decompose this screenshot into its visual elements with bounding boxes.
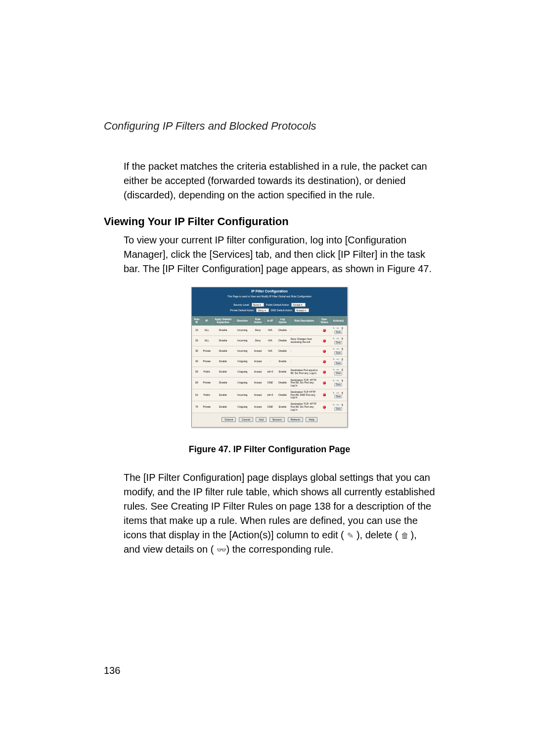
- row-action-icons[interactable]: ✎ 👓 🗑: [333, 337, 344, 340]
- ip-filter-config-window: IP Filter Configuration This Page is use…: [191, 287, 348, 427]
- table-cell: Incoming: [234, 346, 251, 356]
- row-action-icons[interactable]: ✎ 👓 🗑: [333, 404, 344, 407]
- stats-button[interactable]: Stats: [334, 383, 342, 386]
- table-cell: Disable: [275, 377, 289, 389]
- desc-text-3: ), delete (: [356, 529, 398, 540]
- actions-cell: ✎ 👓 🗑Stats: [330, 389, 347, 401]
- col-rule-description: Rule Description: [290, 317, 319, 326]
- actions-cell: ✎ 👓 🗑Stats: [330, 356, 347, 367]
- table-cell: Enable: [275, 401, 289, 413]
- help-button[interactable]: Help: [306, 417, 317, 422]
- table-cell: eth-0: [265, 367, 276, 377]
- table-row: 20ALLDisableIncomingDenyN/ADisableDeny C…: [192, 335, 347, 346]
- status-dot-icon: [323, 371, 326, 374]
- table-cell: Disable: [212, 377, 234, 389]
- row-action-icons[interactable]: ✎ 👓 🗑: [333, 358, 344, 361]
- edit-icon: ✎: [347, 530, 354, 541]
- table-cell: Enable: [212, 367, 234, 377]
- intro-paragraph: If the packet matches the criteria estab…: [124, 159, 435, 202]
- public-default-label: Public Default Action:: [266, 303, 289, 306]
- delete-icon: 🗑: [401, 530, 408, 541]
- stats-button[interactable]: Stats: [334, 331, 342, 334]
- table-cell: DMZ: [265, 377, 276, 389]
- table-cell: Private: [201, 346, 212, 356]
- table-cell: eth-0: [265, 389, 276, 401]
- stats-button[interactable]: Stats: [334, 362, 342, 365]
- oper-status-cell: [319, 356, 330, 367]
- refresh-button[interactable]: Refresh: [288, 417, 303, 422]
- table-cell: Outgoing: [234, 377, 251, 389]
- status-dot-icon: [323, 406, 326, 409]
- table-cell: Destination TCP HTTP Port 80; DMZ Port a…: [290, 389, 319, 401]
- table-cell: Enable: [212, 389, 234, 401]
- table-cell: N/A: [265, 335, 276, 346]
- session-button[interactable]: Session: [269, 417, 285, 422]
- table-cell: -: [290, 326, 319, 336]
- table-cell: Accept: [251, 356, 265, 367]
- oper-status-cell: [319, 377, 330, 389]
- oper-status-cell: [319, 367, 330, 377]
- row-action-icons[interactable]: ✎ 👓 🗑: [333, 369, 344, 372]
- status-dot-icon: [323, 350, 326, 353]
- view-icon: 👓: [217, 544, 223, 556]
- col-apply: Apply Stateful Inspection: [212, 317, 234, 326]
- table-cell: 40: [192, 356, 202, 367]
- stats-button[interactable]: Stats: [334, 407, 342, 411]
- desc-text-5: ) the corresponding rule.: [226, 544, 333, 555]
- dmz-default-select[interactable]: Accept ▾: [295, 308, 309, 312]
- table-cell: 61: [192, 389, 202, 401]
- status-dot-icon: [323, 393, 326, 396]
- table-cell: Deny: [251, 326, 265, 336]
- stats-button[interactable]: Stats: [334, 351, 342, 355]
- cancel-button[interactable]: Cancel: [239, 417, 253, 422]
- figure-caption: Figure 47. IP Filter Configuration Page: [104, 444, 435, 455]
- table-header-row: Rule ID I/F Apply Stateful Inspection Di…: [192, 317, 347, 326]
- stats-button[interactable]: Stats: [334, 395, 342, 398]
- row-action-icons[interactable]: ✎ 👓 🗑: [333, 348, 344, 351]
- table-cell: Outgoing: [234, 356, 251, 367]
- row-action-icons[interactable]: ✎ 👓 🗑: [333, 379, 344, 382]
- public-default-select[interactable]: Accept ▾: [291, 303, 306, 307]
- table-cell: Private: [201, 401, 212, 413]
- table-cell: Outgoing: [234, 401, 251, 413]
- stats-button[interactable]: Stats: [334, 341, 342, 344]
- col-rule-id: Rule ID: [192, 317, 202, 326]
- table-cell: Accept: [251, 377, 265, 389]
- table-cell: Accept: [251, 389, 265, 401]
- table-cell: Accept: [251, 346, 265, 356]
- stats-button[interactable]: Stats: [334, 372, 342, 375]
- submit-button[interactable]: Submit: [222, 417, 236, 422]
- row-action-icons[interactable]: ✎ 👓 🗑: [333, 392, 344, 395]
- section-heading-viewing: Viewing Your IP Filter Configuration: [104, 215, 435, 228]
- dmz-default-label: DMZ Default Action:: [271, 309, 293, 312]
- status-dot-icon: [323, 329, 326, 332]
- status-dot-icon: [323, 381, 326, 384]
- table-cell: Disable: [212, 326, 234, 336]
- row-action-icons[interactable]: ✎ 👓 🗑: [333, 327, 344, 330]
- actions-cell: ✎ 👓 🗑Stats: [330, 377, 347, 389]
- table-cell: Accept: [251, 367, 265, 377]
- oper-status-cell: [319, 335, 330, 346]
- col-rule-action: Rule Action: [251, 317, 265, 326]
- table-row: 30PrivateDisableIncomingAcceptN/ADisable…: [192, 346, 347, 356]
- table-cell: Incoming: [234, 389, 251, 401]
- oper-status-cell: [319, 401, 330, 413]
- table-cell: Disable: [275, 335, 289, 346]
- table-cell: Disable: [212, 346, 234, 356]
- actions-cell: ✎ 👓 🗑Stats: [330, 335, 347, 346]
- table-cell: 50: [192, 367, 202, 377]
- table-cell: Enable: [212, 356, 234, 367]
- private-default-select[interactable]: Deny ▾: [256, 308, 268, 312]
- table-cell: 60: [192, 377, 202, 389]
- add-button[interactable]: Add: [256, 417, 267, 422]
- window-title: IP Filter Configuration: [192, 287, 347, 295]
- table-cell: Deny: [251, 335, 265, 346]
- table-cell: Disable: [275, 389, 289, 401]
- col-in-if: In I/F: [265, 317, 276, 326]
- running-header: Configuring IP Filters and Blocked Proto…: [104, 120, 435, 133]
- table-cell: DMZ: [265, 401, 276, 413]
- col-oper-status: Oper. Status: [319, 317, 330, 326]
- security-level-select[interactable]: None ▾: [252, 303, 264, 307]
- table-cell: Enable: [212, 401, 234, 413]
- table-cell: Destination TCP; HTTP Port 80; Src Port …: [290, 401, 319, 413]
